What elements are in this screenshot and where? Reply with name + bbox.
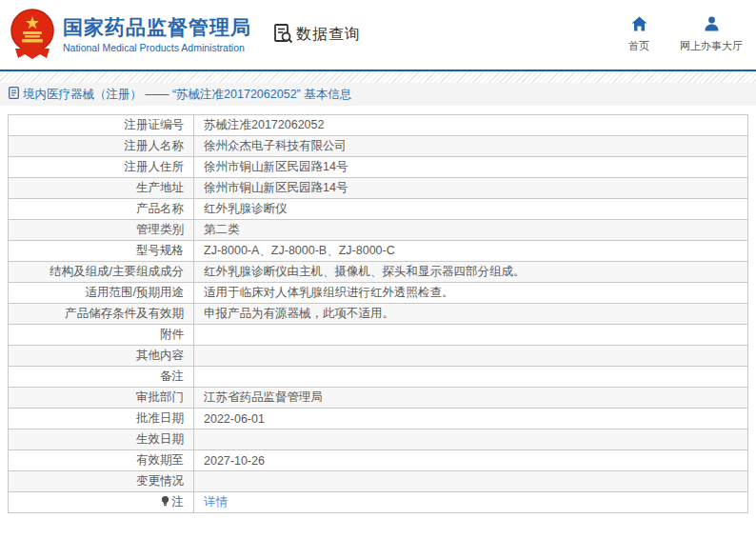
table-row: 结构及组成/主要组成成分红外乳腺诊断仪由主机、摄像机、探头和显示器四部分组成。 <box>9 262 748 283</box>
document-search-icon <box>272 23 293 48</box>
row-label: 批准日期 <box>9 409 194 429</box>
info-table-body: 注册证编号苏械注准20172062052注册人名称徐州众杰电子科技有限公司注册人… <box>9 115 748 513</box>
row-value: 徐州众杰电子科技有限公司 <box>194 136 748 157</box>
table-row: 备注 <box>9 367 748 388</box>
row-value: 红外乳腺诊断仪 <box>194 199 748 220</box>
row-value: 红外乳腺诊断仪由主机、摄像机、探头和显示器四部分组成。 <box>194 262 748 283</box>
home-icon <box>631 16 647 35</box>
logo-block: 国家药品监督管理局 National Medical Products Admi… <box>8 9 251 62</box>
table-row: 注册人名称徐州众杰电子科技有限公司 <box>9 136 748 157</box>
row-label: 有效期至 <box>9 450 194 471</box>
row-label: 管理类别 <box>9 220 194 241</box>
row-value <box>194 325 748 346</box>
row-label: 注册人名称 <box>9 136 194 157</box>
row-label: 变更情况 <box>9 471 194 492</box>
table-row: 注册人住所徐州市铜山新区民园路14号 <box>9 157 748 178</box>
table-row: 注册证编号苏械注准20172062052 <box>9 115 748 136</box>
row-label: 生产地址 <box>9 178 194 199</box>
stripe-band <box>0 71 756 83</box>
row-value <box>194 367 748 388</box>
row-value: 徐州市铜山新区民园路14号 <box>194 178 748 199</box>
table-row: 管理类别第二类 <box>9 220 748 241</box>
table-row: 有效期至2027-10-26 <box>9 450 748 471</box>
site-title-cn: 国家药品监督管理局 <box>63 16 251 39</box>
row-value: 2022-06-01 <box>194 409 748 429</box>
row-value: 江苏省药品监督管理局 <box>194 388 748 409</box>
row-label: 注册人住所 <box>9 157 194 178</box>
row-label: 审批部门 <box>9 388 194 409</box>
table-row: 变更情况 <box>9 471 748 492</box>
table-row: 注详情 <box>9 492 748 513</box>
nav-item-home[interactable]: 首页 <box>623 16 655 53</box>
row-label: 备注 <box>9 367 194 388</box>
row-label: 注册证编号 <box>9 115 194 136</box>
table-row: 适用范围/预期用途适用于临床对人体乳腺组织进行红外透照检查。 <box>9 283 748 304</box>
data-query-section[interactable]: 数据查询 <box>272 23 361 48</box>
table-row: 型号规格ZJ-8000-A、ZJ-8000-B、ZJ-8000-C <box>9 241 748 262</box>
breadcrumb: 境内医疗器械（注册） —— “苏械注准20172062052” 基本信息 <box>0 83 756 106</box>
row-label: 注 <box>9 492 194 513</box>
row-value <box>194 346 748 367</box>
nav-item-label: 首页 <box>628 39 649 53</box>
table-row: 产品名称红外乳腺诊断仪 <box>9 199 748 220</box>
row-label: 其他内容 <box>9 346 194 367</box>
row-value: 徐州市铜山新区民园路14号 <box>194 157 748 178</box>
row-value: 2027-10-26 <box>194 450 748 471</box>
table-row: 批准日期2022-06-01 <box>9 409 748 429</box>
row-label: 产品名称 <box>9 199 194 220</box>
table-row: 生效日期 <box>9 429 748 450</box>
row-label: 型号规格 <box>9 241 194 262</box>
top-nav: 首页 网上办事大厅 <box>623 16 743 53</box>
breadcrumb-text: 境内医疗器械（注册） —— “苏械注准20172062052” 基本信息 <box>23 87 351 103</box>
document-icon <box>9 86 19 103</box>
data-query-label: 数据查询 <box>296 25 361 45</box>
row-value: 申报产品为有源器械，此项不适用。 <box>194 304 748 325</box>
registration-info-table: 注册证编号苏械注准20172062052注册人名称徐州众杰电子科技有限公司注册人… <box>8 114 748 513</box>
row-label: 产品储存条件及有效期 <box>9 304 194 325</box>
row-value: 第二类 <box>194 220 748 241</box>
national-emblem-icon <box>8 9 57 62</box>
registration-info-table-wrap: 注册证编号苏械注准20172062052注册人名称徐州众杰电子科技有限公司注册人… <box>0 106 756 513</box>
row-value: ZJ-8000-A、ZJ-8000-B、ZJ-8000-C <box>194 241 748 262</box>
row-value: 适用于临床对人体乳腺组织进行红外透照检查。 <box>194 283 748 304</box>
row-value: 详情 <box>194 492 748 513</box>
row-label: 适用范围/预期用途 <box>9 283 194 304</box>
row-label: 结构及组成/主要组成成分 <box>9 262 194 283</box>
note-bulb-icon <box>160 495 170 510</box>
header: 国家药品监督管理局 National Medical Products Admi… <box>0 0 756 71</box>
table-row: 附件 <box>9 325 748 346</box>
nav-item-online-hall[interactable]: 网上办事大厅 <box>680 16 743 53</box>
row-value <box>194 471 748 492</box>
user-icon <box>704 16 720 35</box>
row-value: 苏械注准20172062052 <box>194 115 748 136</box>
table-row: 审批部门江苏省药品监督管理局 <box>9 388 748 409</box>
site-title-en: National Medical Products Administration <box>63 42 251 53</box>
table-row: 产品储存条件及有效期申报产品为有源器械，此项不适用。 <box>9 304 748 325</box>
details-link[interactable]: 详情 <box>204 495 228 509</box>
row-value <box>194 429 748 450</box>
table-row: 生产地址徐州市铜山新区民园路14号 <box>9 178 748 199</box>
site-titles: 国家药品监督管理局 National Medical Products Admi… <box>63 16 251 52</box>
table-row: 其他内容 <box>9 346 748 367</box>
nav-item-label: 网上办事大厅 <box>680 39 743 53</box>
row-label: 生效日期 <box>9 429 194 450</box>
row-label: 附件 <box>9 325 194 346</box>
